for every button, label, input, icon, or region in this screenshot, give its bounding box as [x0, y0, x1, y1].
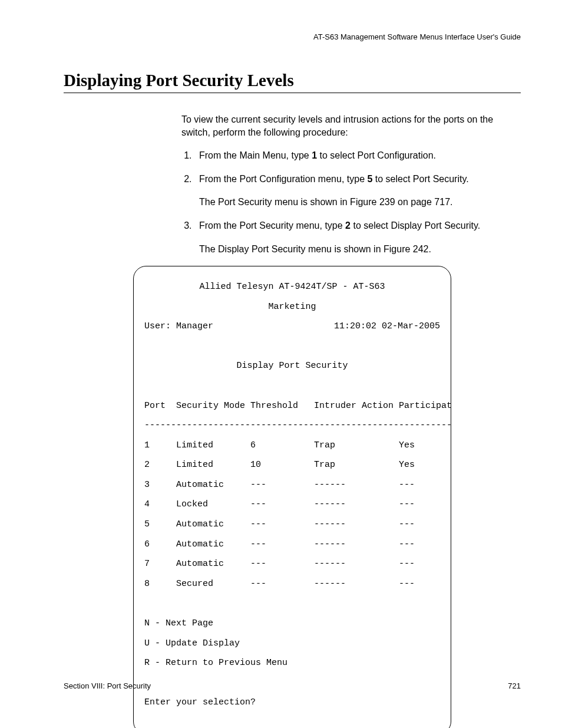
- table-row: 4 Locked --- ------ ---: [144, 500, 440, 510]
- terminal-screen-title: Display Port Security: [144, 361, 440, 371]
- intro-paragraph: To view the current security levels and …: [181, 113, 517, 139]
- terminal-option-return: R - Return to Previous Menu: [144, 658, 440, 668]
- step-3-text-a: From the Port Security menu, type: [199, 220, 345, 230]
- step-2: From the Port Configuration menu, type 5…: [194, 173, 517, 209]
- step-1-text-c: to select Port Configuration.: [317, 150, 436, 160]
- title-rule: [64, 93, 521, 93]
- footer-page-number: 721: [508, 681, 521, 690]
- terminal-device-line: Allied Telesyn AT-9424T/SP - AT-S63: [144, 282, 440, 292]
- step-2-text-a: From the Port Configuration menu, type: [199, 174, 367, 184]
- terminal-hostname: Marketing: [144, 302, 440, 312]
- footer-section: Section VIII: Port Security: [64, 681, 151, 690]
- terminal-option-update: U - Update Display: [144, 639, 440, 649]
- table-row: 5 Automatic --- ------ ---: [144, 520, 440, 530]
- step-2-sub: The Port Security menu is shown in Figur…: [199, 196, 517, 209]
- table-row: 3 Automatic --- ------ ---: [144, 480, 440, 490]
- terminal-user: User: Manager: [144, 322, 213, 332]
- page-title: Displaying Port Security Levels: [64, 71, 521, 90]
- terminal-divider: ----------------------------------------…: [144, 421, 440, 431]
- terminal-screen: Allied Telesyn AT-9424T/SP - AT-S63 Mark…: [133, 266, 451, 728]
- step-3-key: 2: [345, 220, 351, 230]
- step-1-key: 1: [312, 150, 317, 160]
- terminal-timestamp: 11:20:02 02-Mar-2005: [334, 322, 440, 332]
- table-row: 8 Secured --- ------ ---: [144, 579, 440, 589]
- terminal-prompt: Enter your selection?: [144, 698, 440, 708]
- table-row: 7 Automatic --- ------ ---: [144, 559, 440, 569]
- terminal-blank-1: [144, 342, 440, 352]
- terminal-option-next: N - Next Page: [144, 619, 440, 629]
- step-3-text-c: to select Display Port Security.: [351, 220, 480, 230]
- step-3-sub: The Display Port Security menu is shown …: [199, 243, 517, 256]
- procedure-list: From the Main Menu, type 1 to select Por…: [181, 149, 517, 255]
- header-guide-title: AT-S63 Management Software Menus Interfa…: [64, 32, 521, 41]
- table-row: 2 Limited 10 Trap Yes: [144, 460, 440, 470]
- step-3: From the Port Security menu, type 2 to s…: [194, 219, 517, 255]
- terminal-columns: Port Security Mode Threshold Intruder Ac…: [144, 401, 440, 411]
- terminal-blank-3: [144, 599, 440, 609]
- terminal-blank-2: [144, 381, 440, 391]
- step-1: From the Main Menu, type 1 to select Por…: [194, 149, 517, 162]
- step-1-text-a: From the Main Menu, type: [199, 150, 312, 160]
- step-2-text-c: to select Port Security.: [372, 174, 468, 184]
- table-row: 1 Limited 6 Trap Yes: [144, 441, 440, 451]
- table-row: 6 Automatic --- ------ ---: [144, 540, 440, 550]
